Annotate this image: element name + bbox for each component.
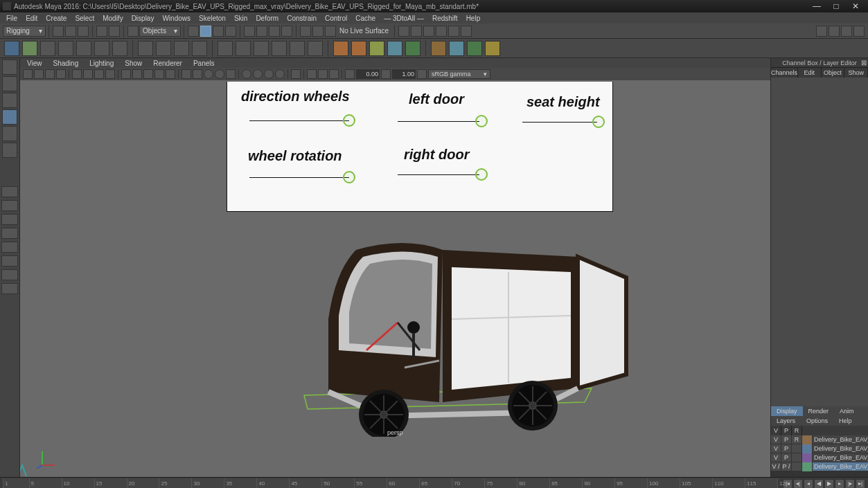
shelf-tree-icon[interactable] (405, 41, 420, 56)
step-back-key-button[interactable]: ◂| (793, 479, 803, 489)
wheel-rotation-handle[interactable] (343, 171, 355, 183)
layer-menu-layers[interactable]: Layers (771, 416, 801, 426)
pt-exp-icon[interactable] (345, 69, 355, 79)
pt-light-icon[interactable] (154, 69, 164, 79)
layout-custom-icon[interactable] (1, 283, 18, 294)
new-scene-icon[interactable] (53, 26, 64, 37)
close-panel-icon[interactable]: ⊠ (861, 58, 867, 68)
pt-ao-icon[interactable] (204, 69, 213, 79)
snap-point-icon[interactable] (213, 26, 224, 37)
render-settings-icon[interactable] (325, 26, 336, 37)
menu-select[interactable]: Select (71, 15, 98, 22)
time-ruler[interactable]: 1510152025303540455055606570758085909510… (3, 478, 777, 489)
shelf-tool-1[interactable] (4, 41, 19, 56)
pt-light-3-icon[interactable] (264, 69, 274, 79)
layout-icon-4[interactable] (853, 26, 865, 37)
maximize-button[interactable]: □ (826, 1, 846, 12)
history-icon[interactable] (244, 26, 255, 37)
move-tool-icon[interactable] (2, 109, 17, 125)
layer-scrollbar[interactable] (771, 471, 868, 477)
menu-cache[interactable]: Cache (352, 15, 379, 22)
snap-curve-icon[interactable] (200, 26, 211, 37)
snap-plane-icon[interactable] (225, 26, 236, 37)
pt-shadow-icon[interactable] (166, 69, 175, 79)
toggle-icon-3[interactable] (423, 26, 434, 37)
menu-deform[interactable]: Deform (252, 15, 282, 22)
render-icon[interactable] (300, 26, 311, 37)
minimize-button[interactable]: — (807, 1, 826, 12)
color-mgmt-dropdown[interactable]: sRGB gamma▾ (428, 69, 490, 79)
pt-light-2-icon[interactable] (253, 69, 263, 79)
panel-view[interactable]: View (27, 60, 42, 67)
tab-channels[interactable]: Channels (771, 68, 798, 78)
pt-motion-icon[interactable] (215, 69, 224, 79)
toggle-icon-1[interactable] (398, 26, 409, 37)
pt-subd-icon[interactable] (329, 69, 339, 79)
shelf-lattice-icon[interactable] (138, 41, 153, 56)
toggle-icon-2[interactable] (411, 26, 422, 37)
select-mode-icon[interactable] (127, 26, 139, 37)
pt-bookmark-icon[interactable] (34, 69, 44, 79)
layout-hyper-icon[interactable] (1, 269, 18, 280)
rotate-tool-icon[interactable] (2, 126, 17, 141)
menu-help[interactable]: Help (463, 15, 484, 22)
panel-lighting[interactable]: Lighting (89, 60, 114, 67)
panel-shading[interactable]: Shading (53, 60, 79, 67)
layout-icon-3[interactable] (841, 26, 852, 37)
vehicle-model[interactable] (301, 229, 633, 437)
menu-file[interactable]: File (3, 15, 21, 22)
pt-light-1-icon[interactable] (242, 69, 251, 79)
shelf-curve-4-icon[interactable] (272, 41, 287, 56)
play-back-button[interactable]: ◀ (814, 479, 824, 489)
pt-expose-icon[interactable] (291, 69, 301, 79)
lasso-tool-icon[interactable] (2, 76, 17, 91)
step-back-button[interactable]: ◂ (804, 479, 813, 489)
close-button[interactable]: ✕ (846, 1, 865, 12)
layout-two-v-icon[interactable] (1, 228, 18, 239)
shelf-curve-6-icon[interactable] (308, 41, 323, 56)
pt-gate-icon[interactable] (83, 69, 93, 79)
step-fwd-key-button[interactable]: |▸ (845, 479, 855, 489)
pt-nurbs-icon[interactable] (318, 69, 328, 79)
selection-mask-dropdown[interactable]: Objects▾ (139, 26, 181, 37)
shelf-star-icon[interactable] (369, 41, 384, 56)
gamma-field[interactable]: 1.00 (392, 69, 416, 79)
go-end-button[interactable]: ▸| (856, 479, 865, 489)
pt-poly-icon[interactable] (307, 69, 317, 79)
pt-xray-icon[interactable] (193, 69, 202, 79)
play-fwd-button[interactable]: ▶ (824, 479, 834, 489)
direction-wheels-handle[interactable] (343, 114, 355, 127)
panel-panels[interactable]: Panels (193, 60, 215, 67)
panel-show[interactable]: Show (125, 60, 142, 67)
menu-display[interactable]: Display (128, 15, 158, 22)
shelf-tool-2[interactable] (22, 41, 37, 56)
menu-edit[interactable]: Edit (22, 15, 41, 22)
pt-gamma-icon[interactable] (381, 69, 391, 79)
right-door-handle[interactable] (475, 168, 488, 181)
menu-3dtoall[interactable]: — 3DtoAll — (380, 15, 427, 22)
pt-shade-icon[interactable] (132, 69, 142, 79)
panel-renderer[interactable]: Renderer (153, 60, 182, 67)
pt-res-icon[interactable] (94, 69, 104, 79)
shelf-tool-3[interactable] (40, 41, 55, 56)
construction-icon[interactable] (269, 26, 280, 37)
scale-tool-icon[interactable] (2, 143, 17, 158)
menu-modify[interactable]: Modify (99, 15, 126, 22)
tab-display[interactable]: Display (771, 406, 803, 416)
layout-icon-2[interactable] (829, 26, 840, 37)
pt-image-icon[interactable] (45, 69, 55, 79)
pt-grid-icon[interactable] (72, 69, 82, 79)
seat-height-handle[interactable] (592, 116, 605, 128)
layer-row[interactable]: V /P /Delivery_Bike_EAV_UPS (771, 462, 868, 471)
shelf-paint-2-icon[interactable] (449, 41, 464, 56)
layer-row[interactable]: VPDelivery_Bike_EAV_UPS (771, 444, 868, 453)
exposure-field[interactable]: 0.00 (356, 69, 380, 79)
shelf-sphere-icon[interactable] (387, 41, 402, 56)
shelf-curve-5-icon[interactable] (290, 41, 305, 56)
construction-off-icon[interactable] (281, 26, 292, 37)
select-tool-icon[interactable] (2, 60, 17, 75)
layout-outliner-icon[interactable] (1, 242, 18, 253)
pt-camera-icon[interactable] (23, 69, 33, 79)
pt-film-icon[interactable] (56, 69, 66, 79)
viewport[interactable]: direction wheels left door seat height w… (20, 80, 770, 477)
